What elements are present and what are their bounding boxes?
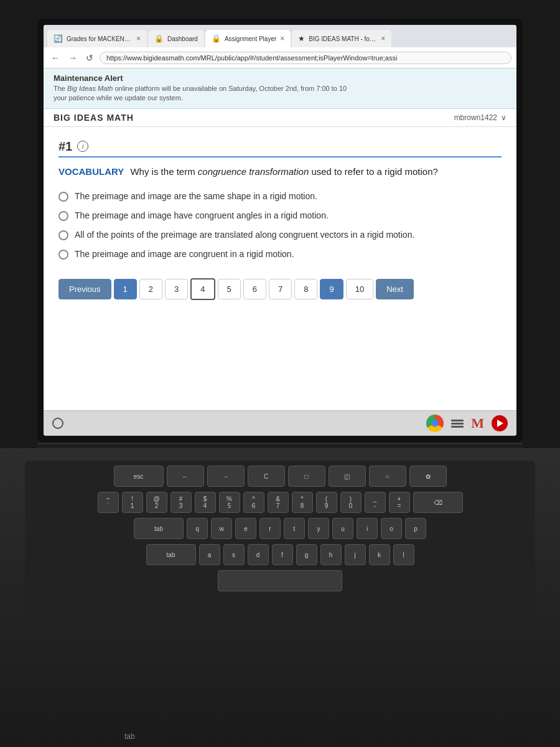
key-backtick[interactable]: ~` xyxy=(98,492,119,513)
chrome-inner xyxy=(432,420,439,427)
forward-button[interactable]: → xyxy=(66,52,80,64)
key-tab[interactable]: tab xyxy=(134,518,184,539)
key-backspace[interactable]: ⌫ xyxy=(413,492,463,513)
tab-close-bigideas[interactable]: × xyxy=(381,34,385,43)
key-brightness-up[interactable]: ✿ xyxy=(409,466,447,487)
tab-label-kb: tab xyxy=(124,732,135,741)
chrome-icon[interactable] xyxy=(426,415,444,432)
keyboard-area: esc ← → C □ ◫ ○ ✿ ~` !1 @2 #3 $4 %5 ^6 &… xyxy=(0,448,560,747)
answer-choices: The preimage and image are the same shap… xyxy=(58,191,502,260)
key-e[interactable]: e xyxy=(235,518,256,539)
key-1[interactable]: !1 xyxy=(122,492,143,513)
next-button[interactable]: Next xyxy=(376,279,414,299)
key-esc[interactable]: esc xyxy=(114,466,164,487)
page-button-7[interactable]: 7 xyxy=(269,279,292,299)
tab-label-dashboard: Dashboard xyxy=(167,35,198,42)
key-3[interactable]: #3 xyxy=(170,492,192,513)
choice-text-c: All of the points of the preimage are tr… xyxy=(75,230,414,240)
key-y[interactable]: y xyxy=(308,518,329,539)
key-r[interactable]: r xyxy=(259,518,281,539)
page-button-10[interactable]: 10 xyxy=(346,279,373,299)
key-o[interactable]: o xyxy=(381,518,402,539)
browser-window: 🔄 Grades for MACKENZIE BROWN × 🔒 Dashboa… xyxy=(44,25,516,436)
key-s[interactable]: s xyxy=(223,544,245,565)
key-7[interactable]: &7 xyxy=(268,492,289,513)
key-w[interactable]: w xyxy=(211,518,232,539)
key-back[interactable]: ← xyxy=(167,466,204,487)
key-q[interactable]: q xyxy=(187,518,208,539)
page-button-3[interactable]: 3 xyxy=(165,279,188,299)
key-t[interactable]: t xyxy=(284,518,305,539)
key-fwd[interactable]: → xyxy=(207,466,245,487)
tab-close-player[interactable]: × xyxy=(280,34,284,43)
page-button-9[interactable]: 9 xyxy=(320,279,343,299)
tab-icon-player: 🔒 xyxy=(212,34,221,43)
key-multiwindow[interactable]: ◫ xyxy=(329,466,366,487)
gmail-icon[interactable]: M xyxy=(471,415,484,431)
taskbar-right: M xyxy=(426,415,508,432)
radio-b[interactable] xyxy=(58,211,68,221)
key-9[interactable]: (9 xyxy=(316,492,337,513)
page-button-4[interactable]: 4 xyxy=(190,278,215,300)
key-d[interactable]: d xyxy=(248,544,269,565)
answer-choice-d[interactable]: The preimage and image are congruent in … xyxy=(58,249,502,260)
key-minus[interactable]: _- xyxy=(365,492,386,513)
address-input[interactable] xyxy=(100,52,511,64)
tab-icon-grades: 🔄 xyxy=(54,34,63,43)
key-h[interactable]: h xyxy=(320,544,342,565)
tab-grades[interactable]: 🔄 Grades for MACKENZIE BROWN × xyxy=(47,30,147,47)
key-j[interactable]: j xyxy=(345,544,366,565)
key-row-fn: esc ← → C □ ◫ ○ ✿ xyxy=(25,461,535,489)
tab-bigideas[interactable]: ★ BIG IDEAS MATH - for Middle Sc × xyxy=(292,30,391,47)
key-f[interactable]: f xyxy=(272,544,293,565)
chevron-down-icon[interactable]: ∨ xyxy=(501,113,506,122)
key-2[interactable]: @2 xyxy=(146,492,167,513)
taskbar-left xyxy=(52,418,63,429)
previous-button[interactable]: Previous xyxy=(58,279,111,299)
tab-label-grades: Grades for MACKENZIE BROWN xyxy=(67,35,133,42)
info-icon[interactable]: i xyxy=(77,141,88,152)
key-tab-bottom[interactable]: tab xyxy=(146,544,196,565)
radio-d[interactable] xyxy=(58,250,68,260)
tab-close-grades[interactable]: × xyxy=(136,34,141,43)
tab-dashboard[interactable]: 🔒 Dashboard xyxy=(148,30,204,47)
italic-term: congruence transformation xyxy=(198,166,309,177)
answer-choice-a[interactable]: The preimage and image are the same shap… xyxy=(58,191,502,202)
key-5[interactable]: %5 xyxy=(219,492,240,513)
key-fullscreen[interactable]: □ xyxy=(288,466,325,487)
tab-assignment-player[interactable]: 🔒 Assignment Player × xyxy=(205,30,291,47)
screen-bezel: 🔄 Grades for MACKENZIE BROWN × 🔒 Dashboa… xyxy=(37,19,523,442)
key-g[interactable]: g xyxy=(296,544,317,565)
tab-icon-dashboard: 🔒 xyxy=(154,34,164,43)
key-4[interactable]: $4 xyxy=(195,492,216,513)
answer-choice-c[interactable]: All of the points of the preimage are tr… xyxy=(58,230,502,240)
back-button[interactable]: ← xyxy=(49,52,62,64)
key-6[interactable]: ^6 xyxy=(243,492,264,513)
key-brightness-down[interactable]: ○ xyxy=(369,466,406,487)
radio-c[interactable] xyxy=(58,230,68,240)
key-p[interactable]: p xyxy=(405,518,426,539)
key-refresh[interactable]: C xyxy=(248,466,285,487)
key-space[interactable] xyxy=(218,570,342,591)
page-button-8[interactable]: 8 xyxy=(294,279,317,299)
radio-a[interactable] xyxy=(58,192,68,202)
youtube-icon[interactable] xyxy=(492,415,508,431)
question-text: VOCABULARY Why is the term congruence tr… xyxy=(58,165,502,179)
page-button-5[interactable]: 5 xyxy=(218,279,241,299)
key-a[interactable]: a xyxy=(199,544,220,565)
document-icon[interactable] xyxy=(451,420,464,428)
reload-button[interactable]: ↺ xyxy=(83,52,96,64)
pagination: Previous 1 2 3 4 5 6 7 8 9 10 Next xyxy=(58,278,502,300)
page-button-2[interactable]: 2 xyxy=(139,279,162,299)
key-k[interactable]: k xyxy=(369,544,390,565)
page-button-6[interactable]: 6 xyxy=(243,279,266,299)
answer-choice-b[interactable]: The preimage and image have congruent an… xyxy=(58,210,502,221)
key-i[interactable]: i xyxy=(357,518,378,539)
key-equals[interactable]: += xyxy=(389,492,410,513)
key-8[interactable]: *8 xyxy=(292,492,313,513)
key-l[interactable]: l xyxy=(393,544,414,565)
page-button-1[interactable]: 1 xyxy=(114,279,137,299)
key-u[interactable]: u xyxy=(332,518,353,539)
circle-icon xyxy=(52,418,63,429)
key-0[interactable]: )0 xyxy=(340,492,362,513)
